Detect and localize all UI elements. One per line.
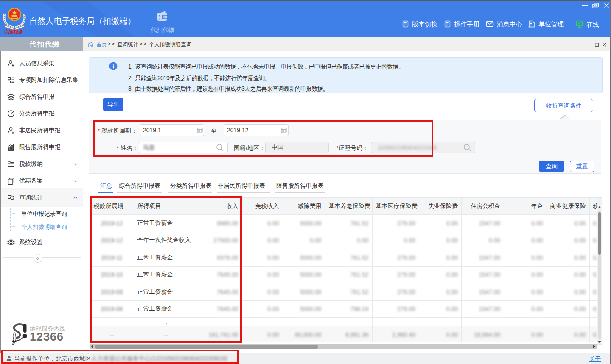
svg-text:中国税务: 中国税务 [3,29,24,34]
